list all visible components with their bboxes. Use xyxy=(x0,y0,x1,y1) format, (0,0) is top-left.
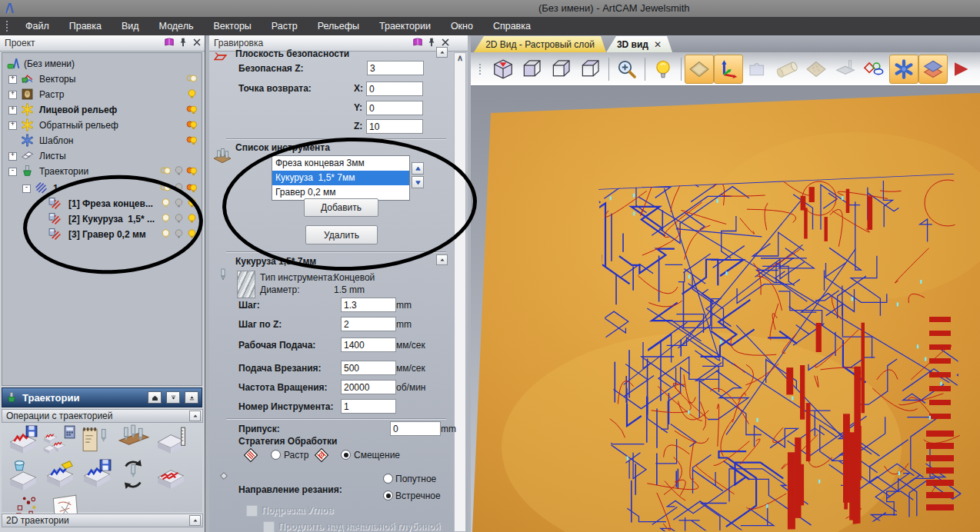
safe-z-input[interactable] xyxy=(367,61,424,75)
toolpaths-2d-section-header[interactable]: 2D траектории xyxy=(2,514,203,527)
tree-item[interactable]: [3] Гравер 0,2 мм xyxy=(2,227,202,242)
y-input[interactable] xyxy=(366,101,423,115)
param-input[interactable] xyxy=(341,317,396,331)
op-notes-tool-button[interactable] xyxy=(80,424,114,457)
conventional-radio[interactable] xyxy=(383,490,393,500)
visibility-lamps[interactable] xyxy=(186,88,198,100)
delete-tool-button[interactable]: Удалить xyxy=(305,225,378,244)
tree-expand-toggle[interactable]: + xyxy=(8,121,17,130)
param-input[interactable] xyxy=(341,337,396,352)
tree-item[interactable]: -1 xyxy=(2,181,202,196)
help-book-icon[interactable] xyxy=(412,37,423,48)
menu-item[interactable]: Растр xyxy=(262,18,308,35)
relief-block-button[interactable] xyxy=(802,55,831,84)
toolbar-drag-handle[interactable] xyxy=(479,64,484,75)
visibility-lamps[interactable] xyxy=(160,182,198,194)
toolpaths-section-bar[interactable]: Траектории xyxy=(2,387,202,407)
tree-item[interactable]: [1] Фреза концев... xyxy=(2,196,202,211)
menu-item[interactable]: Справка xyxy=(483,18,541,35)
menu-item[interactable]: Правка xyxy=(59,18,112,35)
tree-item[interactable]: +Векторы xyxy=(2,71,202,87)
close-icon[interactable] xyxy=(440,37,451,48)
collapse-safety-button[interactable] xyxy=(436,47,448,58)
close-icon[interactable] xyxy=(192,37,202,48)
op-calc-toolpaths-button[interactable] xyxy=(43,424,77,457)
pin-icon[interactable] xyxy=(178,37,188,48)
offset-radio[interactable] xyxy=(341,450,351,460)
origin-toggle-button[interactable] xyxy=(714,55,743,84)
material-toggle-button[interactable] xyxy=(685,55,714,84)
visibility-lamps[interactable] xyxy=(186,104,198,115)
collapse-operations-button[interactable] xyxy=(189,411,201,421)
roll-up-button[interactable] xyxy=(185,391,198,404)
tree-item[interactable]: Шаблон xyxy=(2,133,202,148)
tool-up-button[interactable] xyxy=(412,162,424,175)
param-input[interactable] xyxy=(341,298,396,312)
menu-item[interactable]: Траектории xyxy=(369,18,441,35)
param-input[interactable] xyxy=(341,361,396,375)
climb-radio[interactable] xyxy=(383,474,393,484)
pin-icon[interactable] xyxy=(426,37,437,48)
add-tool-button[interactable]: Добавить xyxy=(304,198,378,217)
menu-item[interactable]: Файл xyxy=(15,18,59,35)
3d-viewport[interactable] xyxy=(471,86,980,532)
extend-depth-checkbox[interactable] xyxy=(263,521,275,532)
roll-down-button[interactable] xyxy=(166,391,180,404)
cube-side-button[interactable] xyxy=(547,55,576,84)
visibility-lamps[interactable] xyxy=(186,119,198,131)
tree-expand-toggle[interactable]: + xyxy=(8,91,17,99)
visibility-lamps[interactable] xyxy=(186,135,198,146)
param-input[interactable] xyxy=(341,380,396,394)
menu-item[interactable]: Модель xyxy=(149,18,204,35)
tree-item[interactable]: +Лицевой рельеф xyxy=(2,102,202,118)
tool-list[interactable]: Фреза концевая 3ммКукуруза 1,5* 7ммГраве… xyxy=(272,155,410,201)
tool-down-button[interactable] xyxy=(412,176,424,188)
vectors-toggle-button[interactable] xyxy=(860,55,889,84)
corner-trim-checkbox[interactable] xyxy=(246,505,258,517)
tree-expand-toggle[interactable]: + xyxy=(8,75,17,84)
menu-item[interactable]: Окно xyxy=(441,18,483,35)
tree-item[interactable]: +Обратный рельеф xyxy=(2,118,202,133)
op-raster-block-button[interactable] xyxy=(154,458,188,490)
tab-2d-view[interactable]: 2D Вид - Растровый слой xyxy=(474,36,606,52)
tool-list-item[interactable]: Кукуруза 1,5* 7мм xyxy=(272,171,409,185)
help-book-icon[interactable] xyxy=(164,37,175,48)
operations-section-header[interactable]: Операции с траекторией xyxy=(2,409,203,423)
tree-expand-toggle[interactable]: - xyxy=(8,168,17,176)
raster-radio[interactable] xyxy=(271,450,281,460)
tree-item[interactable]: +Листы xyxy=(2,148,202,164)
collapse-tool-button[interactable] xyxy=(436,254,448,265)
cube-front-button[interactable] xyxy=(518,55,547,84)
puzzle-button[interactable] xyxy=(743,55,772,84)
collapse-2d-button[interactable] xyxy=(189,515,201,526)
op-block-ruler-button[interactable] xyxy=(154,424,188,457)
op-save-toolpath-button[interactable] xyxy=(6,424,40,457)
param-input[interactable] xyxy=(341,399,396,414)
visibility-lamps[interactable] xyxy=(160,213,198,224)
light-button[interactable] xyxy=(648,55,678,84)
zoom-button[interactable] xyxy=(612,55,642,84)
visibility-lamps[interactable] xyxy=(160,165,198,177)
tree-expand-toggle[interactable]: - xyxy=(22,185,31,193)
allowance-input[interactable] xyxy=(390,421,441,436)
tree-item[interactable]: -Траектории xyxy=(2,164,202,179)
visibility-lamps[interactable] xyxy=(160,228,198,240)
tool-list-item[interactable]: Фреза концевая 3мм xyxy=(272,156,409,171)
menu-item[interactable]: Рельефы xyxy=(308,18,369,35)
panel-scrollbar[interactable]: ∧ xyxy=(454,52,466,532)
home-button[interactable] xyxy=(148,391,162,404)
op-delete-block-button[interactable] xyxy=(6,458,40,490)
rotary-button[interactable] xyxy=(772,55,802,84)
tab-3d-view[interactable]: 3D вид ✕ xyxy=(606,36,672,52)
menu-item[interactable]: Векторы xyxy=(203,18,261,35)
op-save-relief-toolpath-button[interactable] xyxy=(80,458,114,490)
tab-close-icon[interactable]: ✕ xyxy=(654,39,662,50)
tree-item[interactable]: [2] Кукуруза 1,5* ... xyxy=(2,211,202,227)
star-toggle-button[interactable] xyxy=(889,55,918,84)
iso-view-button[interactable] xyxy=(488,55,518,84)
tree-expand-toggle[interactable]: + xyxy=(8,106,17,115)
op-machine-relief-button[interactable] xyxy=(43,458,77,490)
z-input[interactable] xyxy=(366,119,423,134)
menu-item[interactable]: Вид xyxy=(112,18,149,35)
visibility-lamps[interactable] xyxy=(160,198,198,209)
